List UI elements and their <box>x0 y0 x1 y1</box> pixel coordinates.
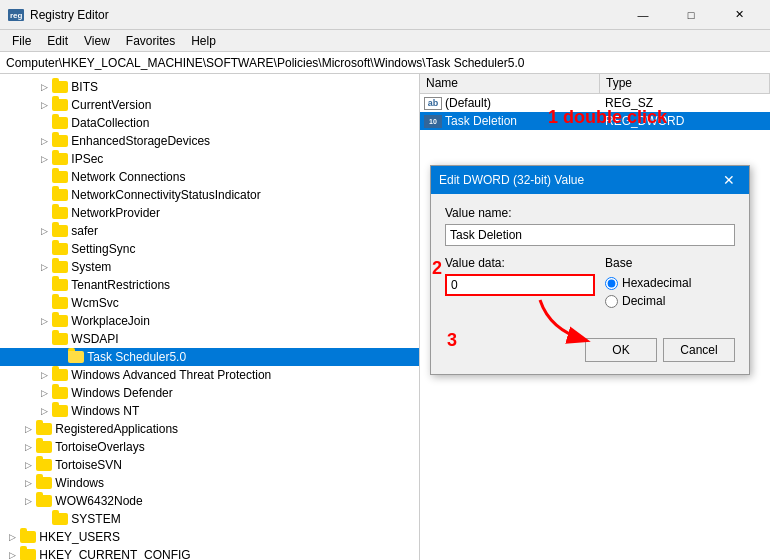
value-data-row: Value data: 2 Base Hexadecimal Decimal <box>445 256 735 312</box>
hexadecimal-radio[interactable] <box>605 277 618 290</box>
value-name-label: Value name: <box>445 206 735 220</box>
decimal-label: Decimal <box>622 294 665 308</box>
value-data-section: Value data: 2 <box>445 256 595 312</box>
value-name-input[interactable] <box>445 224 735 246</box>
cancel-button[interactable]: Cancel <box>663 338 735 362</box>
hexadecimal-radio-row: Hexadecimal <box>605 276 735 290</box>
dialog-footer: OK Cancel <box>431 334 749 374</box>
base-label: Base <box>605 256 735 270</box>
dialog-title: Edit DWORD (32-bit) Value <box>439 173 717 187</box>
ok-button[interactable]: OK <box>585 338 657 362</box>
dialog-title-bar: Edit DWORD (32-bit) Value ✕ <box>431 166 749 194</box>
dialog-close-button[interactable]: ✕ <box>717 170 741 190</box>
dialog-overlay: Edit DWORD (32-bit) Value ✕ Value name: … <box>0 0 770 560</box>
base-section: Base Hexadecimal Decimal <box>605 256 735 312</box>
decimal-radio-row: Decimal <box>605 294 735 308</box>
value-data-input[interactable] <box>445 274 595 296</box>
value-data-label: Value data: <box>445 256 595 270</box>
dialog-body: Value name: Value data: 2 Base Hexadecim… <box>431 194 749 334</box>
hexadecimal-label: Hexadecimal <box>622 276 691 290</box>
edit-dword-dialog: Edit DWORD (32-bit) Value ✕ Value name: … <box>430 165 750 375</box>
decimal-radio[interactable] <box>605 295 618 308</box>
